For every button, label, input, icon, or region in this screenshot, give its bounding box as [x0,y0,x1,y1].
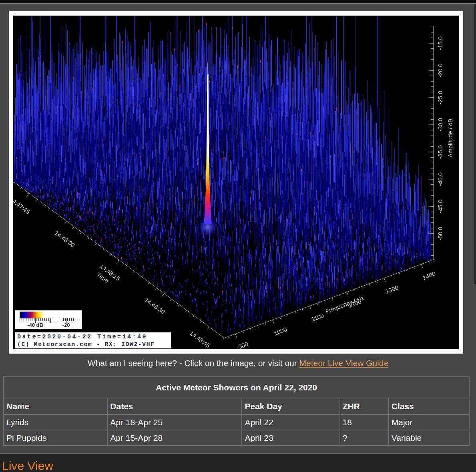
meteor-live-view-guide-link[interactable]: Meteor Live View Guide [299,358,389,368]
table-cell: 18 [340,414,389,430]
table-body: LyridsApr 18-Apr 25April 2218MajorPi Pup… [4,414,469,446]
live-view-link[interactable]: Live View [2,459,53,472]
overlay-date-time: Date=2020-04-22 Time=14:49 [17,333,171,341]
table-column-header: Peak Day [242,398,339,414]
caption: What am I seeing here? - Click on the im… [0,358,476,368]
colorbar-label-20db: -20 [62,322,70,328]
table-column-header: Class [389,398,469,414]
table-cell: Variable [389,430,469,446]
spectrogram-canvas[interactable] [13,16,459,349]
top-strip [0,0,476,3]
table-cell: Pi Puppids [4,430,107,446]
colorbar-gradient [20,312,82,318]
colorbar-ruler [20,318,82,321]
table-cell: ? [340,430,389,446]
table-cell: Lyrids [4,414,107,430]
colorbar-legend: -40 dB -20 [15,310,82,329]
colorbar-major-tick [50,318,51,323]
colorbar-label-40db: -40 dB [27,322,43,328]
table-column-header: Dates [107,398,242,414]
table-cell: April 22 [242,414,339,430]
caption-text: What am I seeing here? - Click on the im… [88,358,299,368]
table-cell: Apr 15-Apr 28 [107,430,242,446]
scrollbar-thumb[interactable] [474,4,476,284]
spectrogram-figure[interactable]: -40 dB -20 Date=2020-04-22 Time=14:49 (C… [9,11,463,354]
table-column-header: Name [4,398,107,414]
table-row: LyridsApr 18-Apr 25April 2218Major [4,414,469,430]
station-info-overlay: Date=2020-04-22 Time=14:49 (C) Meteorsca… [15,332,171,349]
table-header-row: NameDatesPeak DayZHRClass [4,398,469,414]
table-column-header: ZHR [340,398,389,414]
table-row: Pi PuppidsApr 15-Apr 28April 23?Variable [4,430,469,446]
table-cell: Major [389,414,469,430]
footer-section: Live View [0,454,476,472]
overlay-copyright-rx: (C) Meteorscan.com - RX: IOW2-VHF [17,341,171,348]
table-title: Active Meteor Showers on April 22, 2020 [4,377,469,398]
table-title-row: Active Meteor Showers on April 22, 2020 [4,377,469,398]
meteor-showers-table: Active Meteor Showers on April 22, 2020 … [3,376,470,446]
table-cell: April 23 [242,430,339,446]
content-panel: -40 dB -20 Date=2020-04-22 Time=14:49 (C… [0,3,476,454]
table-cell: Apr 18-Apr 25 [107,414,242,430]
